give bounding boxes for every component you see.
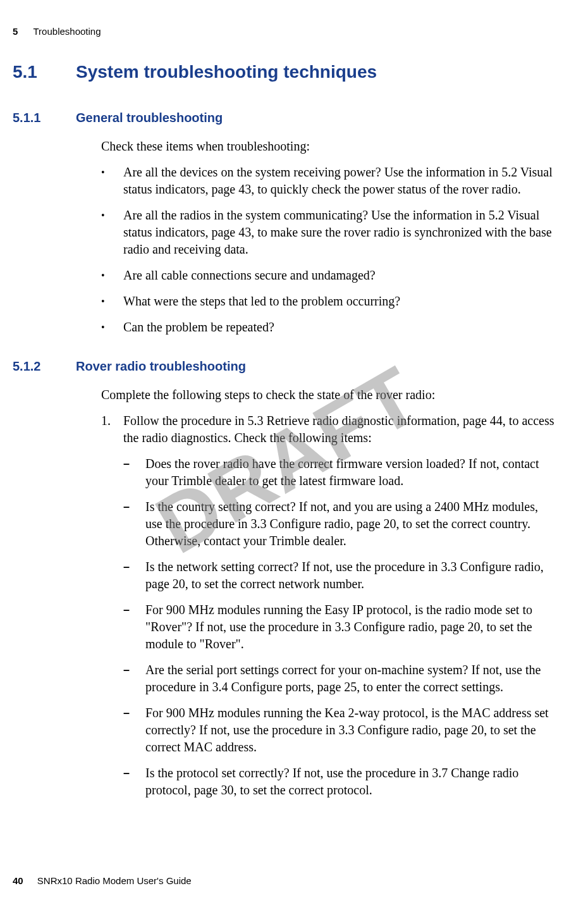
numbered-list: 1. Follow the procedure in 5.3 Retrieve … [101, 412, 556, 446]
list-item: •Are all cable connections secure and un… [101, 267, 556, 284]
dash-list: –Does the rover radio have the correct f… [123, 455, 556, 799]
dash-icon: – [123, 705, 145, 756]
subsection-number: 5.1.1 [13, 109, 76, 126]
subsection-number: 5.1.2 [13, 358, 76, 375]
paragraph: Check these items when troubleshooting: [101, 138, 556, 155]
dash-icon: – [123, 601, 145, 653]
section-number: 5.1 [13, 60, 76, 84]
footer-title: SNRx10 Radio Modem User's Guide [37, 875, 192, 886]
list-text: Are all the radios in the system communi… [123, 207, 556, 258]
subsection-title: Rover radio troubleshooting [76, 358, 246, 375]
subsection-heading: 5.1.2 Rover radio troubleshooting [13, 358, 556, 375]
subsection-heading: 5.1.1 General troubleshooting [13, 109, 556, 126]
list-item: –Does the rover radio have the correct f… [123, 455, 556, 489]
list-item: –Is the network setting correct? If not,… [123, 558, 556, 593]
bullet-icon: • [101, 164, 123, 198]
paragraph: Complete the following steps to check th… [101, 386, 556, 403]
list-item: –For 900 MHz modules running the Kea 2-w… [123, 705, 556, 756]
list-item: 1. Follow the procedure in 5.3 Retrieve … [101, 412, 556, 446]
bullet-icon: • [101, 267, 123, 284]
list-item: –Are the serial port settings correct fo… [123, 662, 556, 696]
list-text: Is the protocol set correctly? If not, u… [145, 765, 556, 799]
list-item: •Are all the devices on the system recei… [101, 164, 556, 198]
list-text: What were the steps that led to the prob… [123, 293, 556, 310]
list-text: Is the country setting correct? If not, … [145, 498, 556, 550]
list-number: 1. [101, 412, 123, 446]
bullet-list: •Are all the devices on the system recei… [101, 164, 556, 336]
bullet-icon: • [101, 293, 123, 310]
list-item: •Are all the radios in the system commun… [101, 207, 556, 258]
list-item: –Is the protocol set correctly? If not, … [123, 765, 556, 799]
list-text: Is the network setting correct? If not, … [145, 558, 556, 593]
dash-icon: – [123, 498, 145, 550]
dash-icon: – [123, 455, 145, 489]
section-title: System troubleshooting techniques [76, 60, 377, 84]
chapter-number: 5 [13, 26, 18, 37]
subsection-title: General troubleshooting [76, 109, 223, 126]
list-text: Are all cable connections secure and und… [123, 267, 556, 284]
dash-icon: – [123, 558, 145, 593]
section-heading-1: 5.1 System troubleshooting techniques [13, 60, 556, 84]
list-text: Are all the devices on the system receiv… [123, 164, 556, 198]
page-number: 40 [13, 875, 23, 886]
chapter-title: Troubleshooting [34, 26, 101, 37]
dash-icon: – [123, 765, 145, 799]
list-item: –For 900 MHz modules running the Easy IP… [123, 601, 556, 653]
bullet-icon: • [101, 319, 123, 336]
list-item: –Is the country setting correct? If not,… [123, 498, 556, 550]
dash-icon: – [123, 662, 145, 696]
page-header: 5 Troubleshooting [13, 25, 556, 38]
list-text: For 900 MHz modules running the Kea 2-wa… [145, 705, 556, 756]
list-text: Can the problem be repeated? [123, 319, 556, 336]
list-text: Does the rover radio have the correct fi… [145, 455, 556, 489]
page-footer: 40 SNRx10 Radio Modem User's Guide [13, 875, 556, 887]
list-item: •What were the steps that led to the pro… [101, 293, 556, 310]
list-text: For 900 MHz modules running the Easy IP … [145, 601, 556, 653]
bullet-icon: • [101, 207, 123, 258]
list-item: •Can the problem be repeated? [101, 319, 556, 336]
list-text: Are the serial port settings correct for… [145, 662, 556, 696]
list-text: Follow the procedure in 5.3 Retrieve rad… [123, 412, 556, 446]
